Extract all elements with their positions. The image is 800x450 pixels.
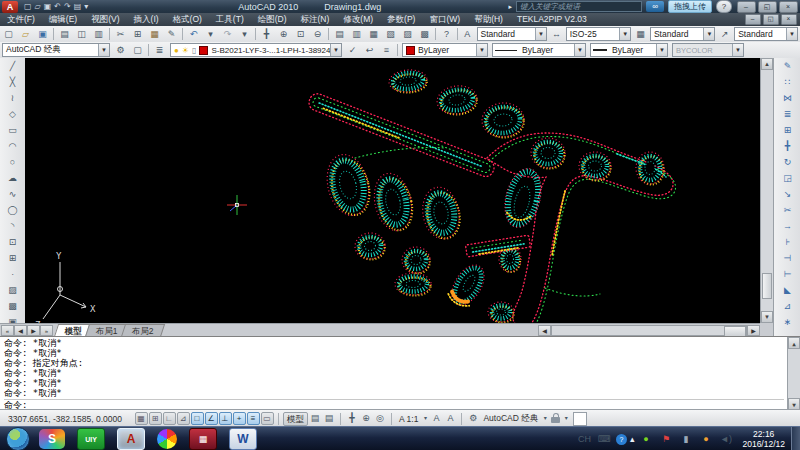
point-icon[interactable]: ∙ (3, 267, 23, 282)
table-style-select[interactable]: Standard▼ (650, 27, 716, 41)
menu-modify[interactable]: 修改(M) (336, 13, 380, 26)
quickview-layouts-icon[interactable]: ▤ (322, 412, 336, 425)
open-icon[interactable]: ▱ (35, 1, 41, 12)
vertical-scrollbar[interactable]: ▲ ▼ (760, 58, 774, 323)
drawing-canvas[interactable]: Y X Z (25, 58, 760, 323)
paste-icon[interactable]: ▦ (147, 27, 163, 42)
color-select[interactable]: ByLayer▼ (402, 43, 488, 57)
mirror-icon[interactable]: ⋈ (778, 91, 798, 106)
scroll-down-icon[interactable]: ▼ (761, 311, 773, 323)
workspace-settings-icon[interactable]: ⚙ (113, 43, 129, 58)
undo-dropdown-icon[interactable]: ▾ (203, 27, 219, 42)
move-icon[interactable]: ╋ (778, 139, 798, 154)
menu-dimension[interactable]: 标注(N) (294, 13, 337, 26)
menu-window[interactable]: 窗口(W) (422, 13, 467, 26)
chamfer-icon[interactable]: ◣ (778, 283, 798, 298)
qp-toggle[interactable]: ▭ (261, 412, 274, 425)
workspace-switch-button[interactable]: AutoCAD 经典 (480, 413, 541, 425)
autocad-taskbar-icon[interactable]: A (117, 428, 145, 450)
menu-edit[interactable]: 编辑(E) (42, 13, 84, 26)
layer-states-icon[interactable]: ≡ (379, 43, 395, 58)
help-icon[interactable]: ? (439, 27, 455, 42)
construction-line-icon[interactable]: ╳ (3, 75, 23, 90)
save-icon[interactable]: ▣ (35, 27, 51, 42)
ducs-toggle[interactable]: ⊥ (219, 412, 232, 425)
polyline-icon[interactable]: ≀ (3, 91, 23, 106)
pinwheel-icon[interactable] (157, 429, 177, 449)
workspace-gear-icon[interactable]: ⚙ (466, 412, 480, 425)
scale-icon[interactable]: ◲ (778, 171, 798, 186)
designcenter-icon[interactable]: ▥ (349, 27, 365, 42)
new-icon[interactable]: ▢ (1, 27, 17, 42)
help-button[interactable]: ? (716, 0, 732, 13)
search-input[interactable]: 键入关键字或短语 (516, 1, 642, 12)
restore-button[interactable]: ◱ (758, 1, 777, 13)
layer-freeze-icon[interactable]: ☀ (182, 46, 189, 55)
ortho-toggle[interactable]: ∟ (163, 412, 176, 425)
speaker-icon[interactable]: ◄) (718, 432, 734, 447)
layer-previous-icon[interactable]: ↩ (362, 43, 378, 58)
fillet-icon[interactable]: ⊿ (778, 299, 798, 314)
publish-icon[interactable]: ▥ (91, 27, 107, 42)
annotation-visibility-icon[interactable]: A (429, 412, 443, 425)
menu-draw[interactable]: 绘图(D) (251, 13, 294, 26)
spline-icon[interactable]: ∿ (3, 187, 23, 202)
start-button[interactable] (6, 427, 30, 450)
chevron-down-icon[interactable]: ▼ (574, 44, 585, 56)
markup-icon[interactable]: ▨ (400, 27, 416, 42)
layer-properties-manager-icon[interactable]: ≣ (152, 43, 168, 58)
break-icon[interactable]: ⊣ (778, 251, 798, 266)
mleader-style-select[interactable]: Standard▼ (734, 27, 798, 41)
chevron-down-icon[interactable]: ▼ (619, 28, 630, 40)
sogou-icon[interactable]: S (39, 429, 65, 449)
status-menu-icon[interactable]: ▾ (562, 412, 570, 425)
layout-icon[interactable]: ▤ (308, 412, 322, 425)
zoom-window-icon[interactable]: ⊡ (293, 27, 309, 42)
snap-toggle[interactable]: ▦ (135, 412, 148, 425)
menu-file[interactable]: 文件(F) (0, 13, 42, 26)
undo-icon[interactable]: ↶ (186, 27, 202, 42)
menu-help[interactable]: 帮助(H) (467, 13, 510, 26)
zoom-previous-icon[interactable]: ⊖ (310, 27, 326, 42)
dim-style-select[interactable]: ISO-25▼ (566, 27, 632, 41)
flag-icon[interactable]: ⚑ (658, 432, 674, 447)
rectangle-icon[interactable]: ▭ (3, 123, 23, 138)
dot-icon[interactable]: ● (698, 432, 714, 447)
undo-icon[interactable]: ↶ (54, 1, 61, 12)
hatch-icon[interactable]: ▨ (3, 283, 23, 298)
revision-cloud-icon[interactable]: ☁ (3, 171, 23, 186)
properties-icon[interactable]: ▤ (332, 27, 348, 42)
tab-next-icon[interactable]: ▶ (27, 325, 40, 336)
insert-block-icon[interactable]: ⊡ (3, 235, 23, 250)
array-icon[interactable]: ⊞ (778, 123, 798, 138)
uiy-icon[interactable]: UIY (77, 428, 105, 450)
scroll-up-icon[interactable]: ▲ (788, 337, 800, 349)
polar-toggle[interactable]: ⊿ (177, 412, 190, 425)
battery-icon[interactable]: ▮ (678, 432, 694, 447)
scroll-right-icon[interactable]: ▶ (747, 325, 760, 336)
otrack-toggle[interactable]: ∠ (205, 412, 218, 425)
ellipse-icon[interactable]: ◯ (3, 203, 23, 218)
tab-prev-icon[interactable]: ◀ (14, 325, 27, 336)
keyboard-icon[interactable]: ⌨ (596, 432, 612, 447)
pan-icon[interactable]: ╋ (259, 27, 275, 42)
drag-upload-button[interactable]: 拖拽上传 (668, 0, 712, 13)
make-block-icon[interactable]: ⊞ (3, 251, 23, 266)
clean-screen-button[interactable] (573, 412, 587, 426)
ellipse-arc-icon[interactable]: ◝ (3, 219, 23, 234)
annotation-autoscale-icon[interactable]: A (443, 412, 457, 425)
doc-close-button[interactable]: × (781, 14, 797, 25)
open-icon[interactable]: ▱ (18, 27, 34, 42)
new-icon[interactable]: ▢ (24, 1, 32, 12)
chevron-down-icon[interactable]: ▼ (656, 44, 667, 56)
join-icon[interactable]: ⊢ (778, 267, 798, 282)
grid-toggle[interactable]: ⊞ (149, 412, 162, 425)
polygon-icon[interactable]: ◇ (3, 107, 23, 122)
hidden-icons-caret[interactable]: ▴ (630, 434, 635, 444)
text-style-select[interactable]: Standard▼ (477, 27, 548, 41)
model-space-button[interactable]: 模型 (283, 412, 308, 426)
cut-icon[interactable]: ✂ (113, 27, 129, 42)
stretch-icon[interactable]: ↘ (778, 187, 798, 202)
menu-tools[interactable]: 工具(T) (209, 13, 251, 26)
workspace-select[interactable]: AutoCAD 经典▼ (2, 43, 110, 57)
